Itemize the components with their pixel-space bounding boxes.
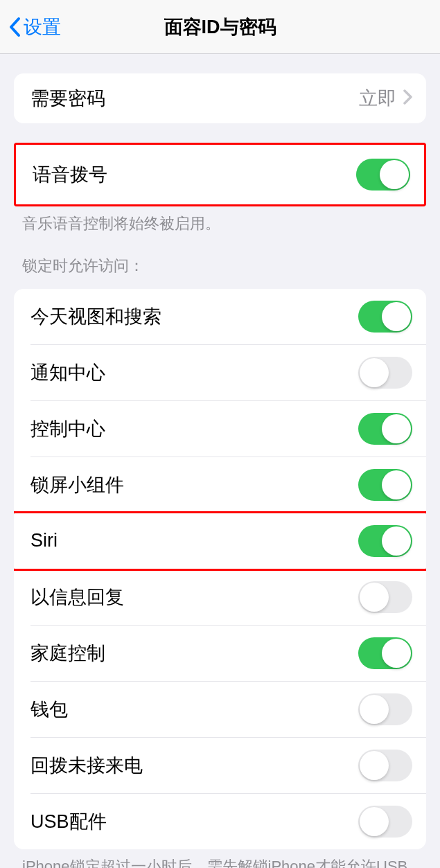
return-missed-calls-toggle[interactable] <box>358 750 412 781</box>
back-button[interactable]: 设置 <box>0 15 61 39</box>
access-section-footer: iPhone锁定超过一小时后，需先解锁iPhone才能允许USB配件连接。 <box>0 849 440 868</box>
lock-screen-widgets-toggle[interactable] <box>358 469 412 501</box>
toggle-knob <box>380 160 409 189</box>
navigation-header: 设置 面容ID与密码 <box>0 0 440 54</box>
wallet-row: 钱包 <box>14 682 426 737</box>
usb-accessories-row: USB配件 <box>14 794 426 849</box>
voice-dial-label: 语音拨号 <box>33 162 107 187</box>
home-control-row: 家庭控制 <box>14 626 426 681</box>
siri-row: Siri <box>14 511 426 571</box>
toggle-knob <box>382 470 411 499</box>
today-view-toggle[interactable] <box>358 301 412 333</box>
require-passcode-label: 需要密码 <box>30 86 105 111</box>
reply-with-message-label: 以信息回复 <box>30 585 124 610</box>
back-label: 设置 <box>24 15 61 39</box>
require-passcode-section: 需要密码 立即 <box>14 73 426 123</box>
siri-toggle[interactable] <box>358 525 412 557</box>
notification-center-row: 通知中心 <box>14 345 426 400</box>
access-section-header: 锁定时允许访问： <box>0 235 440 283</box>
toggle-knob <box>382 639 411 668</box>
access-section: 今天视图和搜索 通知中心 控制中心 锁屏小组件 <box>14 289 426 849</box>
home-control-toggle[interactable] <box>358 637 412 669</box>
toggle-knob <box>382 414 411 443</box>
require-passcode-row[interactable]: 需要密码 立即 <box>14 73 426 123</box>
reply-with-message-row: 以信息回复 <box>14 569 426 625</box>
usb-accessories-label: USB配件 <box>30 809 107 834</box>
lock-screen-widgets-row: 锁屏小组件 <box>14 457 426 513</box>
control-center-label: 控制中心 <box>30 416 105 441</box>
today-view-label: 今天视图和搜索 <box>30 304 161 329</box>
page-title: 面容ID与密码 <box>164 15 276 39</box>
today-view-row: 今天视图和搜索 <box>14 289 426 344</box>
return-missed-calls-row: 回拨未接来电 <box>14 738 426 793</box>
toggle-knob <box>360 751 389 780</box>
voice-dial-row: 语音拨号 <box>16 145 424 204</box>
require-passcode-value: 立即 <box>359 86 396 111</box>
home-control-label: 家庭控制 <box>30 641 105 666</box>
notification-center-toggle[interactable] <box>358 357 412 389</box>
notification-center-label: 通知中心 <box>30 360 105 385</box>
toggle-knob <box>360 358 389 387</box>
chevron-right-icon <box>403 87 412 109</box>
voice-dial-footer: 音乐语音控制将始终被启用。 <box>0 206 440 235</box>
wallet-label: 钱包 <box>30 697 68 722</box>
return-missed-calls-label: 回拨未接来电 <box>30 753 143 778</box>
voice-dial-toggle[interactable] <box>356 159 410 191</box>
reply-with-message-toggle[interactable] <box>358 581 412 613</box>
voice-dial-section: 语音拨号 <box>14 143 426 206</box>
control-center-row: 控制中心 <box>14 401 426 457</box>
siri-label: Siri <box>30 530 58 551</box>
wallet-toggle[interactable] <box>358 693 412 725</box>
toggle-knob <box>360 807 389 836</box>
toggle-knob <box>382 526 411 556</box>
chevron-left-icon <box>8 17 21 37</box>
usb-accessories-toggle[interactable] <box>358 806 412 838</box>
control-center-toggle[interactable] <box>358 413 412 445</box>
toggle-knob <box>360 695 389 724</box>
toggle-knob <box>360 583 389 612</box>
lock-screen-widgets-label: 锁屏小组件 <box>30 472 124 497</box>
toggle-knob <box>382 302 411 331</box>
